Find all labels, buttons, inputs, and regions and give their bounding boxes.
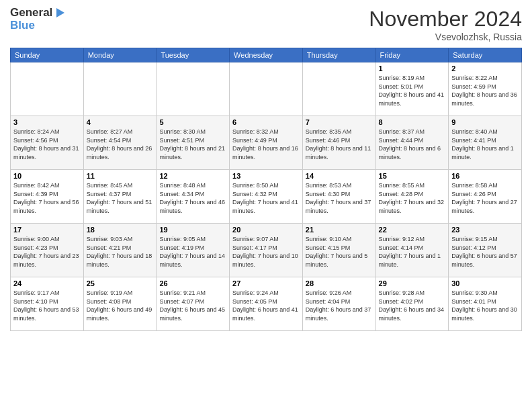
- calendar-header-row: Sunday Monday Tuesday Wednesday Thursday…: [11, 48, 522, 62]
- day-number: 23: [451, 226, 519, 234]
- day-info: Sunrise: 9:28 AM Sunset: 4:02 PM Dayligh…: [379, 289, 446, 322]
- week-row-0: 1Sunrise: 8:19 AM Sunset: 5:01 PM Daylig…: [11, 62, 522, 116]
- logo-text-blue: Blue: [10, 19, 66, 32]
- day-info: Sunrise: 8:45 AM Sunset: 4:37 PM Dayligh…: [87, 181, 154, 215]
- day-number: 2: [451, 64, 519, 73]
- week-row-3: 17Sunrise: 9:00 AM Sunset: 4:23 PM Dayli…: [11, 224, 522, 277]
- logo-text-general: General: [10, 7, 52, 19]
- day-info: Sunrise: 9:03 AM Sunset: 4:21 PM Dayligh…: [87, 235, 154, 269]
- day-info: Sunrise: 9:07 AM Sunset: 4:17 PM Dayligh…: [232, 235, 300, 269]
- table-cell: [230, 62, 303, 116]
- title-area: November 2024 Vsevolozhsk, Russia: [369, 7, 522, 42]
- day-number: 29: [379, 279, 446, 287]
- table-cell: [83, 62, 157, 116]
- table-cell: 11Sunrise: 8:45 AM Sunset: 4:37 PM Dayli…: [83, 170, 157, 224]
- table-cell: 24Sunrise: 9:17 AM Sunset: 4:10 PM Dayli…: [11, 277, 84, 331]
- day-info: Sunrise: 8:50 AM Sunset: 4:32 PM Dayligh…: [232, 181, 300, 215]
- day-info: Sunrise: 9:26 AM Sunset: 4:04 PM Dayligh…: [306, 289, 373, 322]
- day-info: Sunrise: 8:55 AM Sunset: 4:28 PM Dayligh…: [379, 181, 446, 215]
- svg-marker-0: [56, 8, 64, 17]
- week-row-2: 10Sunrise: 8:42 AM Sunset: 4:39 PM Dayli…: [11, 170, 522, 224]
- table-cell: 21Sunrise: 9:10 AM Sunset: 4:15 PM Dayli…: [302, 224, 375, 277]
- day-number: 8: [379, 118, 446, 126]
- col-sunday: Sunday: [11, 48, 84, 62]
- day-number: 1: [379, 64, 446, 73]
- location: Vsevolozhsk, Russia: [369, 32, 522, 42]
- table-cell: 26Sunrise: 9:21 AM Sunset: 4:07 PM Dayli…: [157, 277, 230, 331]
- day-number: 16: [451, 172, 519, 180]
- week-row-1: 3Sunrise: 8:24 AM Sunset: 4:56 PM Daylig…: [11, 116, 522, 170]
- table-cell: 1Sunrise: 8:19 AM Sunset: 5:01 PM Daylig…: [375, 62, 449, 116]
- table-cell: 23Sunrise: 9:15 AM Sunset: 4:12 PM Dayli…: [449, 224, 522, 277]
- day-number: 10: [13, 172, 81, 180]
- day-info: Sunrise: 8:32 AM Sunset: 4:49 PM Dayligh…: [232, 128, 300, 161]
- table-cell: 9Sunrise: 8:40 AM Sunset: 4:41 PM Daylig…: [449, 116, 522, 170]
- logo-graphic: General Blue: [10, 7, 66, 32]
- table-cell: 7Sunrise: 8:35 AM Sunset: 4:46 PM Daylig…: [302, 116, 375, 170]
- col-monday: Monday: [83, 48, 157, 62]
- day-number: 11: [87, 172, 154, 180]
- table-cell: 25Sunrise: 9:19 AM Sunset: 4:08 PM Dayli…: [83, 277, 157, 331]
- day-number: 15: [379, 172, 446, 180]
- week-row-4: 24Sunrise: 9:17 AM Sunset: 4:10 PM Dayli…: [11, 277, 522, 331]
- day-number: 5: [159, 118, 226, 126]
- col-tuesday: Tuesday: [157, 48, 230, 62]
- table-cell: 15Sunrise: 8:55 AM Sunset: 4:28 PM Dayli…: [375, 170, 449, 224]
- table-cell: 17Sunrise: 9:00 AM Sunset: 4:23 PM Dayli…: [11, 224, 84, 277]
- header: General Blue November 2024 Vsevolozhsk, …: [10, 7, 522, 42]
- table-cell: 28Sunrise: 9:26 AM Sunset: 4:04 PM Dayli…: [302, 277, 375, 331]
- table-cell: [302, 62, 375, 116]
- day-number: 19: [159, 226, 226, 234]
- table-cell: 4Sunrise: 8:27 AM Sunset: 4:54 PM Daylig…: [83, 116, 157, 170]
- table-cell: 16Sunrise: 8:58 AM Sunset: 4:26 PM Dayli…: [449, 170, 522, 224]
- day-info: Sunrise: 9:19 AM Sunset: 4:08 PM Dayligh…: [87, 289, 154, 322]
- logo: General Blue: [10, 7, 66, 32]
- day-number: 4: [87, 118, 154, 126]
- day-info: Sunrise: 8:42 AM Sunset: 4:39 PM Dayligh…: [13, 181, 81, 215]
- table-cell: 8Sunrise: 8:37 AM Sunset: 4:44 PM Daylig…: [375, 116, 449, 170]
- day-number: 14: [306, 172, 373, 180]
- day-info: Sunrise: 9:17 AM Sunset: 4:10 PM Dayligh…: [13, 289, 81, 322]
- day-info: Sunrise: 8:22 AM Sunset: 4:59 PM Dayligh…: [451, 74, 519, 107]
- day-info: Sunrise: 8:19 AM Sunset: 5:01 PM Dayligh…: [379, 74, 446, 107]
- day-info: Sunrise: 8:27 AM Sunset: 4:54 PM Dayligh…: [87, 128, 154, 161]
- day-info: Sunrise: 8:30 AM Sunset: 4:51 PM Dayligh…: [159, 128, 226, 161]
- day-info: Sunrise: 9:10 AM Sunset: 4:15 PM Dayligh…: [306, 235, 373, 269]
- table-cell: 30Sunrise: 9:30 AM Sunset: 4:01 PM Dayli…: [449, 277, 522, 331]
- day-info: Sunrise: 8:37 AM Sunset: 4:44 PM Dayligh…: [379, 128, 446, 161]
- day-number: 17: [13, 226, 81, 234]
- calendar-table: Sunday Monday Tuesday Wednesday Thursday…: [10, 48, 522, 331]
- day-info: Sunrise: 9:24 AM Sunset: 4:05 PM Dayligh…: [232, 289, 300, 322]
- day-number: 28: [306, 279, 373, 287]
- day-info: Sunrise: 9:12 AM Sunset: 4:14 PM Dayligh…: [379, 235, 446, 269]
- table-cell: 20Sunrise: 9:07 AM Sunset: 4:17 PM Dayli…: [230, 224, 303, 277]
- day-info: Sunrise: 8:24 AM Sunset: 4:56 PM Dayligh…: [13, 128, 81, 161]
- day-info: Sunrise: 8:58 AM Sunset: 4:26 PM Dayligh…: [451, 181, 519, 215]
- table-cell: 18Sunrise: 9:03 AM Sunset: 4:21 PM Dayli…: [83, 224, 157, 277]
- col-saturday: Saturday: [449, 48, 522, 62]
- day-info: Sunrise: 9:05 AM Sunset: 4:19 PM Dayligh…: [159, 235, 226, 269]
- day-number: 21: [306, 226, 373, 234]
- day-number: 18: [87, 226, 154, 234]
- day-info: Sunrise: 8:53 AM Sunset: 4:30 PM Dayligh…: [306, 181, 373, 215]
- day-info: Sunrise: 8:40 AM Sunset: 4:41 PM Dayligh…: [451, 128, 519, 161]
- day-number: 25: [87, 279, 154, 287]
- table-cell: 27Sunrise: 9:24 AM Sunset: 4:05 PM Dayli…: [230, 277, 303, 331]
- day-info: Sunrise: 8:35 AM Sunset: 4:46 PM Dayligh…: [306, 128, 373, 161]
- day-number: 30: [451, 279, 519, 287]
- table-cell: 12Sunrise: 8:48 AM Sunset: 4:34 PM Dayli…: [157, 170, 230, 224]
- page: General Blue November 2024 Vsevolozhsk, …: [0, 0, 532, 411]
- logo-arrow-icon: [54, 7, 66, 19]
- table-cell: 29Sunrise: 9:28 AM Sunset: 4:02 PM Dayli…: [375, 277, 449, 331]
- day-number: 27: [232, 279, 300, 287]
- table-cell: 22Sunrise: 9:12 AM Sunset: 4:14 PM Dayli…: [375, 224, 449, 277]
- day-number: 12: [159, 172, 226, 180]
- day-number: 6: [232, 118, 300, 126]
- table-cell: 14Sunrise: 8:53 AM Sunset: 4:30 PM Dayli…: [302, 170, 375, 224]
- day-number: 24: [13, 279, 81, 287]
- day-number: 9: [451, 118, 519, 126]
- day-number: 3: [13, 118, 81, 126]
- month-title: November 2024: [369, 7, 522, 32]
- table-cell: 6Sunrise: 8:32 AM Sunset: 4:49 PM Daylig…: [230, 116, 303, 170]
- table-cell: 5Sunrise: 8:30 AM Sunset: 4:51 PM Daylig…: [157, 116, 230, 170]
